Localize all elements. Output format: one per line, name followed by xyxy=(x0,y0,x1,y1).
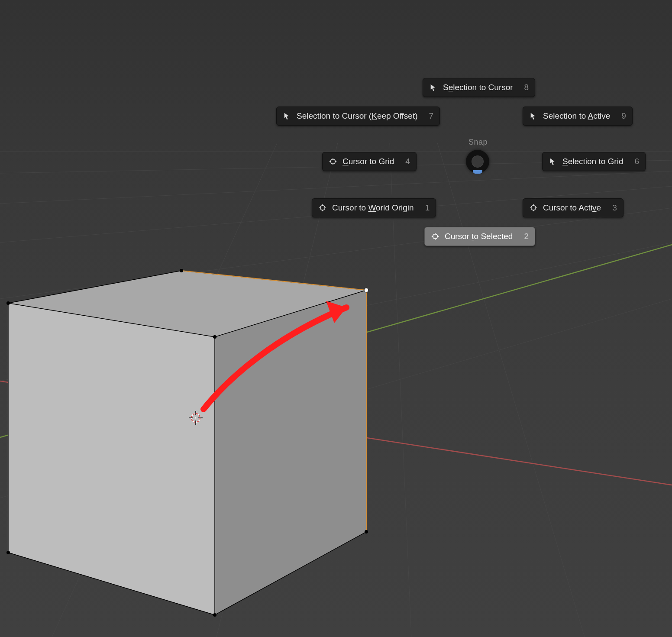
svg-point-18 xyxy=(6,301,10,305)
pie-item-label: Cursor to Selected xyxy=(445,232,513,241)
pie-item-selection-to-cursor-keep-offset[interactable]: Selection to Cursor (Keep Offset) 7 xyxy=(276,107,440,126)
svg-marker-14 xyxy=(8,303,215,615)
svg-marker-15 xyxy=(215,290,366,615)
pie-item-shortcut: 8 xyxy=(524,83,529,92)
cursor-arrow-icon xyxy=(283,112,291,120)
cursor-target-icon xyxy=(329,157,337,166)
viewport-3d[interactable]: Snap Selection to Cursor 8 Selection to … xyxy=(0,0,672,637)
pie-item-label: Selection to Cursor (Keep Offset) xyxy=(297,111,418,121)
svg-point-22 xyxy=(213,613,216,617)
pie-item-shortcut: 1 xyxy=(425,203,430,213)
pie-item-selection-to-grid[interactable]: Selection to Grid 6 xyxy=(542,152,646,171)
pie-item-shortcut: 3 xyxy=(612,203,617,213)
svg-point-37 xyxy=(320,206,325,210)
svg-line-4 xyxy=(0,208,672,299)
svg-point-47 xyxy=(433,234,438,239)
pie-item-label: Selection to Active xyxy=(543,111,610,121)
pie-item-shortcut: 4 xyxy=(405,157,410,166)
svg-point-21 xyxy=(6,551,10,554)
svg-point-23 xyxy=(365,530,368,534)
pie-item-label: Selection to Cursor xyxy=(443,83,513,92)
pie-item-shortcut: 7 xyxy=(429,111,434,121)
pie-menu-title: Snap xyxy=(468,138,488,147)
pie-item-label: Cursor to Grid xyxy=(342,157,394,166)
pie-item-cursor-to-world-origin[interactable]: Cursor to World Origin 1 xyxy=(312,198,436,217)
pie-item-cursor-to-selected[interactable]: Cursor to Selected 2 xyxy=(424,227,535,246)
cursor-arrow-icon xyxy=(429,83,438,92)
cursor-target-icon xyxy=(529,204,538,212)
svg-point-19 xyxy=(180,269,183,272)
pie-item-label: Selection to Grid xyxy=(562,157,623,166)
cursor-target-icon xyxy=(431,232,439,241)
svg-point-20 xyxy=(213,335,216,339)
scene-overlay xyxy=(0,0,672,637)
pie-item-cursor-to-grid[interactable]: Cursor to Grid 4 xyxy=(322,152,417,171)
pie-item-shortcut: 2 xyxy=(524,232,529,241)
svg-point-32 xyxy=(331,159,336,164)
pie-item-shortcut: 9 xyxy=(621,111,626,121)
pie-item-shortcut: 6 xyxy=(634,157,639,166)
pie-item-selection-to-active[interactable]: Selection to Active 9 xyxy=(523,107,633,126)
pie-item-selection-to-cursor[interactable]: Selection to Cursor 8 xyxy=(423,78,535,97)
selected-vertex xyxy=(364,288,368,292)
pie-item-label: Cursor to World Origin xyxy=(332,203,414,213)
pie-item-cursor-to-active[interactable]: Cursor to Active 3 xyxy=(523,198,624,217)
cursor-target-icon xyxy=(318,204,327,212)
pie-item-label: Cursor to Active xyxy=(543,203,601,213)
cursor-arrow-icon xyxy=(549,157,557,166)
cursor-arrow-icon xyxy=(529,112,538,120)
svg-point-42 xyxy=(531,206,536,210)
pie-menu-ring-icon xyxy=(466,150,489,173)
